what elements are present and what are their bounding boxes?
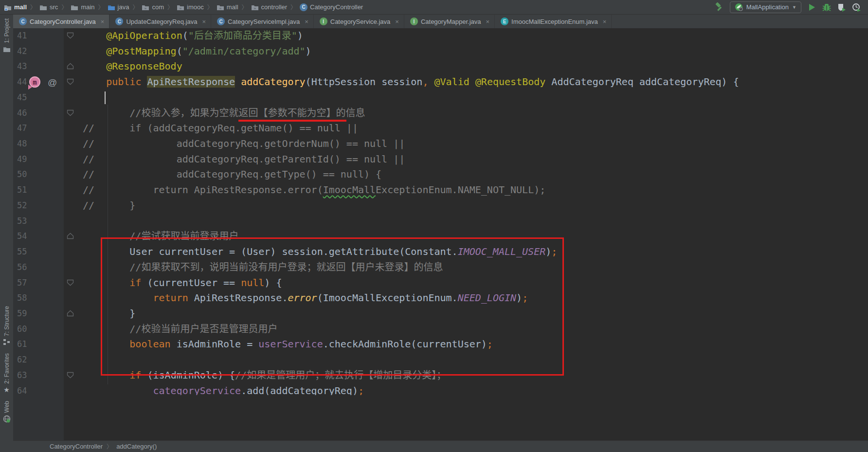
breadcrumb-separator: 〉 — [167, 3, 173, 11]
coverage-button[interactable] — [837, 3, 846, 12]
breadcrumb-separator: 〉 — [290, 3, 296, 11]
code-line-45[interactable]: 45 — [13, 90, 868, 106]
folder-icon — [3, 46, 11, 53]
class-icon: C — [300, 3, 307, 11]
tab-CategoryController.java[interactable]: CCategoryController.java× — [13, 15, 109, 28]
run-toolbar: MallApplication ▼ — [714, 1, 868, 13]
breadcrumb-item-com[interactable]: com — [142, 3, 164, 11]
close-icon[interactable]: × — [305, 18, 308, 25]
code-line-62[interactable]: 62 — [13, 352, 868, 368]
interface-icon: I — [410, 18, 418, 25]
code-line-53[interactable]: 53 — [13, 214, 868, 229]
bottom-breadcrumb-bar: CategoryController〉addCategory() — [13, 440, 868, 452]
code-line-55[interactable]: 55 User currentUser = (User) session.get… — [13, 244, 868, 260]
code-line-54[interactable]: 54 //尝试获取当前登录用户 — [13, 229, 868, 244]
code-line-51[interactable]: 51// return ApiRestResponse.error(ImoocM… — [13, 182, 868, 198]
breadcrumb-item-mall[interactable]: mall — [217, 3, 238, 11]
tab-label: CategoryServiceImpl.java — [228, 18, 300, 25]
annotation-gutter-icon: @ — [48, 75, 57, 90]
code-line-56[interactable]: 56 //如果获取不到，说明当前没有用户登录；就返回【用户未登录】的信息 — [13, 260, 868, 275]
breadcrumb-item-categorycontroller[interactable]: CCategoryController — [300, 3, 363, 11]
close-icon[interactable]: × — [395, 18, 399, 25]
code-line-41[interactable]: 41 @ApiOperation("后台添加商品分类目录") — [13, 28, 868, 44]
text-caret — [105, 91, 106, 104]
fold-down-icon[interactable] — [67, 78, 74, 87]
code-line-49[interactable]: 49// addCategoryReq.getParentId() == nul… — [13, 152, 868, 167]
breadcrumb-item-main[interactable]: main — [71, 3, 94, 11]
fold-up-icon[interactable] — [67, 233, 74, 241]
tab-UpdateCategoryReq.java[interactable]: CUpdateCategoryReq.java× — [109, 15, 211, 28]
close-icon[interactable]: × — [101, 18, 105, 25]
tool-window-button-favorites[interactable]: 2: Favorites★ — [3, 349, 10, 397]
code-line-48[interactable]: 48// addCategoryReq.getOrderNum() == nul… — [13, 136, 868, 152]
bottom-breadcrumb-item[interactable]: CategoryController — [50, 443, 103, 450]
code-text: if (isAdminRole) {//如果是管理用户；就去执行【增加目录分类】… — [83, 368, 446, 383]
code-line-64[interactable]: 64 categoryService.add(addCategoryReq); — [13, 383, 868, 395]
breadcrumb-item-controller[interactable]: controller — [251, 3, 287, 11]
code-line-58[interactable]: 58 return ApiRestResponse.error(ImoocMal… — [13, 290, 868, 306]
code-text: // } — [83, 198, 135, 214]
code-text: boolean isAdminRole = userService.checkA… — [83, 337, 493, 352]
code-line-60[interactable]: 60 //校验当前用户是否是管理员用户 — [13, 322, 868, 337]
request-mapping-icon[interactable]: m — [29, 76, 40, 88]
line-number: 62 — [17, 352, 38, 368]
profiler-button[interactable] — [852, 3, 861, 12]
code-line-47[interactable]: 47// if (addCategoryReq.getName() == nul… — [13, 121, 868, 136]
ide-window: mall〉src〉main〉java〉com〉imooc〉mall〉contro… — [0, 0, 868, 452]
close-icon[interactable]: × — [202, 18, 206, 25]
tab-ImoocMallExceptionEnum.java[interactable]: EImoocMallExceptionEnum.java× — [495, 15, 612, 28]
breadcrumb-item-mall[interactable]: mall — [4, 3, 27, 11]
code-text: User currentUser = (User) session.getAtt… — [83, 244, 557, 260]
line-number: 59 — [17, 306, 38, 322]
tool-window-button-structure[interactable]: 7: Structure — [3, 302, 11, 349]
code-line-42[interactable]: 42 @PostMapping("/admin/category/add") — [13, 44, 868, 59]
bottom-breadcrumb-item[interactable]: addCategory() — [116, 443, 157, 450]
code-text: // return ApiRestResponse.error(ImoocMal… — [83, 182, 545, 198]
run-configuration-select[interactable]: MallApplication ▼ — [730, 1, 801, 13]
tab-CategoryServiceImpl.java[interactable]: CCategoryServiceImpl.java× — [211, 15, 314, 28]
close-icon[interactable]: × — [486, 18, 489, 25]
code-line-50[interactable]: 50// addCategoryReq.getType() == null) { — [13, 167, 868, 182]
code-line-63[interactable]: 63 if (isAdminRole) {//如果是管理用户；就去执行【增加目录… — [13, 368, 868, 383]
breadcrumb-separator: 〉 — [98, 3, 104, 11]
class-icon: C — [217, 18, 225, 25]
code-line-44[interactable]: 44m@ public ApiRestResponse addCategory(… — [13, 74, 868, 90]
run-configuration-label: MallApplication — [746, 3, 789, 11]
class-icon: C — [115, 18, 123, 25]
breadcrumb-item-src[interactable]: src — [39, 3, 58, 11]
fold-down-icon[interactable] — [67, 279, 74, 288]
run-button[interactable] — [807, 3, 816, 12]
tool-window-button-web[interactable]: Web — [3, 397, 11, 427]
build-hammer-icon[interactable] — [714, 2, 724, 12]
fold-down-icon[interactable] — [67, 372, 74, 380]
breadcrumb-item-imooc[interactable]: imooc — [177, 3, 204, 11]
code-text: @ResponseBody — [83, 59, 182, 74]
close-icon[interactable]: × — [603, 18, 607, 25]
tool-window-button-project[interactable]: 1: Project — [3, 15, 11, 56]
code-line-57[interactable]: 57 if (currentUser == null) { — [13, 275, 868, 291]
code-line-52[interactable]: 52// } — [13, 198, 868, 214]
fold-down-icon[interactable] — [67, 109, 74, 118]
editor-empty-band — [13, 395, 868, 440]
line-number: 41 — [17, 28, 38, 44]
line-number: 49 — [17, 152, 38, 167]
code-line-59[interactable]: 59 } — [13, 306, 868, 322]
fold-down-icon[interactable] — [67, 32, 74, 41]
debug-button[interactable] — [822, 3, 832, 12]
code-line-46[interactable]: 46 //校验入参，如果为空就返回【参数不能为空】的信息 — [13, 106, 868, 121]
breadcrumb-item-java[interactable]: java — [108, 3, 129, 11]
tab-CategoryMapper.java[interactable]: ICategoryMapper.java× — [404, 15, 495, 28]
chevron-down-icon: ▼ — [792, 5, 796, 10]
fold-up-icon[interactable] — [67, 63, 74, 72]
fold-up-icon[interactable] — [67, 310, 74, 319]
code-editor[interactable]: 41 @ApiOperation("后台添加商品分类目录")42 @PostMa… — [13, 28, 868, 395]
navigation-bar: mall〉src〉main〉java〉com〉imooc〉mall〉contro… — [0, 0, 868, 15]
code-line-61[interactable]: 61 boolean isAdminRole = userService.che… — [13, 337, 868, 352]
folder-icon — [71, 4, 78, 11]
tab-CategoryService.java[interactable]: ICategoryService.java× — [314, 15, 404, 28]
editor-tab-bar: CCategoryController.java×CUpdateCategory… — [13, 15, 868, 28]
breadcrumb-separator: 〉 — [61, 3, 67, 11]
code-line-43[interactable]: 43 @ResponseBody — [13, 59, 868, 74]
line-number: 48 — [17, 136, 38, 152]
structure-icon — [3, 339, 11, 345]
